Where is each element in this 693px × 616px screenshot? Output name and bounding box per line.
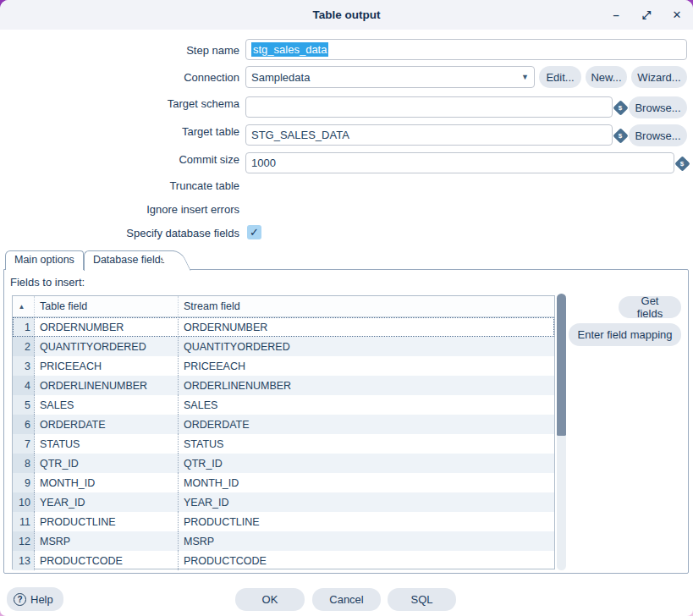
target-schema-input[interactable] <box>245 96 613 118</box>
close-icon[interactable]: ✕ <box>668 6 686 25</box>
help-icon: ? <box>14 593 26 606</box>
window-controls: – ⤢ ✕ <box>607 0 686 30</box>
table-row[interactable]: 6ORDERDATEORDERDATE <box>13 415 554 434</box>
stream-field-cell[interactable]: PRICEEACH <box>179 356 554 376</box>
table-field-cell[interactable]: QUANTITYORDERED <box>35 337 179 356</box>
row-number: 1 <box>13 317 35 337</box>
stream-field-cell[interactable]: MONTH_ID <box>179 473 554 492</box>
stream-field-cell[interactable]: PRODUCTLINE <box>179 512 554 531</box>
enter-field-mapping-button[interactable]: Enter field mapping <box>569 323 681 346</box>
connection-value: Sampledata <box>251 71 310 84</box>
row-number: 5 <box>13 395 35 415</box>
stream-field-cell[interactable]: STATUS <box>179 434 554 454</box>
table-output-dialog: Table output – ⤢ ✕ Step name stg_sales_d… <box>0 0 693 616</box>
stream-field-cell[interactable]: ORDERDATE <box>179 415 554 434</box>
sort-asc-icon[interactable]: ▲ <box>19 303 25 311</box>
table-row[interactable]: 10YEAR_IDYEAR_ID <box>13 492 554 512</box>
table-scrollbar[interactable] <box>557 294 566 570</box>
ignore-insert-errors-checkbox[interactable]: ✓ <box>247 201 261 215</box>
target-table-value: STG_SALES_DATA <box>251 129 349 141</box>
table-row[interactable]: 12MSRPMSRP <box>13 531 554 551</box>
tab-main-options[interactable]: Main options <box>5 250 84 270</box>
table-row[interactable]: 7STATUSSTATUS <box>13 434 554 454</box>
commit-size-label: Commit size <box>0 153 239 166</box>
help-label: Help <box>30 593 53 606</box>
tab-bar: Main options Database fields <box>5 250 174 269</box>
table-field-cell[interactable]: QTR_ID <box>35 454 179 473</box>
table-field-cell[interactable]: ORDERDATE <box>35 415 179 434</box>
variable-icon: $ <box>613 128 628 143</box>
ok-button[interactable]: OK <box>235 588 305 611</box>
sql-button[interactable]: SQL <box>388 588 456 611</box>
table-row[interactable]: 11PRODUCTLINEPRODUCTLINE <box>13 512 554 531</box>
connection-label: Connection <box>0 71 239 84</box>
target-schema-label: Target schema <box>0 97 239 110</box>
tab-database-fields[interactable]: Database fields <box>84 250 174 271</box>
table-field-cell[interactable]: SALES <box>35 395 179 415</box>
row-number: 9 <box>13 473 35 492</box>
table-row[interactable]: 4ORDERLINENUMBERORDERLINENUMBER <box>13 376 554 395</box>
table-row[interactable]: 5SALESSALES <box>13 395 554 415</box>
commit-size-input[interactable]: 1000 <box>245 152 674 173</box>
table-row[interactable]: 9MONTH_IDMONTH_ID <box>13 473 554 492</box>
column-header-table-field[interactable]: Table field <box>35 296 179 316</box>
titlebar: Table output – ⤢ ✕ <box>0 0 693 30</box>
ignore-insert-errors-label: Ignore insert errors <box>0 203 239 216</box>
connection-select[interactable]: Sampledata ▼ <box>245 66 535 88</box>
row-number: 2 <box>13 337 35 356</box>
row-number: 12 <box>13 531 35 551</box>
table-field-cell[interactable]: STATUS <box>35 434 179 454</box>
table-row[interactable]: 13PRODUCTCODEPRODUCTCODE <box>13 551 554 570</box>
chevron-down-icon: ▼ <box>521 73 529 81</box>
table-row[interactable]: 2QUANTITYORDEREDQUANTITYORDERED <box>13 337 554 356</box>
row-number: 11 <box>13 512 35 531</box>
stream-field-cell[interactable]: PRODUCTCODE <box>179 551 554 570</box>
stream-field-cell[interactable]: MSRP <box>179 531 554 551</box>
get-fields-button[interactable]: Get fields <box>619 296 681 318</box>
table-field-cell[interactable]: PRODUCTCODE <box>35 551 179 570</box>
truncate-table-checkbox[interactable]: ✓ <box>247 177 261 191</box>
variable-icon: $ <box>613 100 628 115</box>
variable-icon: $ <box>674 156 690 171</box>
table-field-cell[interactable]: MSRP <box>35 531 179 551</box>
stream-field-cell[interactable]: QUANTITYORDERED <box>179 337 554 356</box>
cancel-button[interactable]: Cancel <box>312 588 381 611</box>
stream-field-cell[interactable]: ORDERNUMBER <box>179 317 554 337</box>
stream-field-cell[interactable]: ORDERLINENUMBER <box>179 376 554 395</box>
table-row[interactable]: 8QTR_IDQTR_ID <box>13 454 554 473</box>
table-row[interactable]: 1ORDERNUMBERORDERNUMBER <box>13 317 554 337</box>
table-field-cell[interactable]: MONTH_ID <box>35 473 179 492</box>
new-connection-button[interactable]: New... <box>586 66 627 88</box>
specify-database-fields-checkbox[interactable]: ✓ <box>247 225 261 239</box>
browse-table-button[interactable]: Browse... <box>629 124 687 146</box>
browse-schema-button[interactable]: Browse... <box>629 96 687 118</box>
check-icon: ✓ <box>250 227 259 238</box>
table-field-cell[interactable]: PRODUCTLINE <box>35 512 179 531</box>
step-name-value: stg_sales_data <box>251 42 328 57</box>
table-field-cell[interactable]: ORDERNUMBER <box>35 317 179 337</box>
row-number: 4 <box>13 376 35 395</box>
table-field-cell[interactable]: ORDERLINENUMBER <box>35 376 179 395</box>
scrollbar-thumb[interactable] <box>557 294 566 436</box>
row-number: 8 <box>13 454 35 473</box>
help-button[interactable]: ? Help <box>7 587 63 611</box>
stream-field-cell[interactable]: QTR_ID <box>179 454 554 473</box>
column-header-stream-field[interactable]: Stream field <box>179 296 554 316</box>
commit-size-value: 1000 <box>251 157 276 169</box>
stream-field-cell[interactable]: YEAR_ID <box>179 492 554 512</box>
row-number: 7 <box>13 434 35 454</box>
table-row[interactable]: 3PRICEEACHPRICEEACH <box>13 356 554 376</box>
step-name-input[interactable]: stg_sales_data <box>245 39 687 60</box>
wizard-connection-button[interactable]: Wizard... <box>631 66 687 88</box>
stream-field-cell[interactable]: SALES <box>179 395 554 415</box>
table-field-cell[interactable]: YEAR_ID <box>35 492 179 512</box>
minimize-icon[interactable]: – <box>607 6 625 25</box>
table-field-cell[interactable]: PRICEEACH <box>35 356 179 376</box>
fields-table-header[interactable]: ▲ Table field Stream field <box>13 296 554 317</box>
row-number: 13 <box>13 551 35 570</box>
target-table-input[interactable]: STG_SALES_DATA <box>245 124 613 146</box>
edit-connection-button[interactable]: Edit... <box>539 66 581 88</box>
restore-icon[interactable]: ⤢ <box>637 6 656 25</box>
fields-table: ▲ Table field Stream field 1ORDERNUMBERO… <box>12 295 555 569</box>
row-number: 10 <box>13 492 35 512</box>
